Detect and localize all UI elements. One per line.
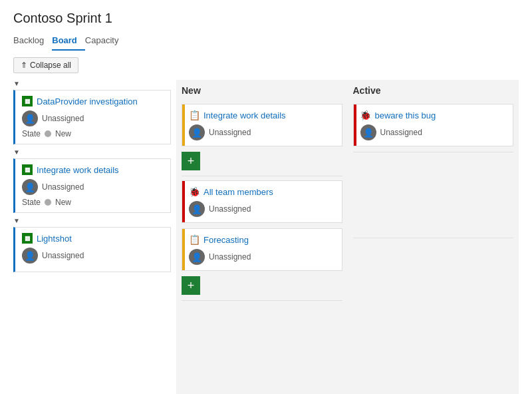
task-icon-2: ▦ (22, 164, 33, 175)
lane3-new-cards (182, 305, 342, 338)
bug-icon-2: 🐞 (360, 110, 371, 120)
avatar-card-4: 👤 (360, 124, 376, 140)
person-icon-card-4: 👤 (363, 128, 374, 138)
avatar-2: 👤 (22, 179, 38, 195)
collapse-all-button[interactable]: ⇑ Collapse all (13, 57, 78, 73)
state-label-1: State (22, 129, 41, 138)
board-card-bug-user: 👤 Unassigned (360, 124, 507, 140)
bug-icon-1: 🐞 (189, 186, 200, 197)
person-icon-3: 👤 (25, 251, 35, 261)
person-icon-card-3: 👤 (192, 252, 202, 262)
board-card-integrate-user-label: Unassigned (209, 128, 251, 137)
left-card-3-title: ▦ Lightshot (22, 233, 164, 244)
board-card-bug-title-text: beware this bug (375, 110, 436, 120)
left-card-3-title-text: Lightshot (37, 234, 72, 244)
collapse-arrow-icon: ⇑ (21, 61, 27, 70)
board-card-allteam-title-text: All team members (203, 187, 273, 197)
page-title: Contoso Sprint 1 (13, 11, 519, 26)
left-panel: ▼ ▦ DataProvider investigation 👤 Unassig… (13, 80, 176, 394)
person-icon-card-1: 👤 (192, 128, 202, 138)
board-card-integrate-title-text: Integrate work details (203, 110, 286, 120)
board-columns: New 📋 Integrate work details 👤 (176, 80, 519, 394)
swim-lane-2: ▼ ▦ Integrate work details 👤 Unassigned (13, 148, 171, 213)
left-card-2: ▦ Integrate work details 👤 Unassigned St… (13, 158, 171, 213)
swim-lane-2-header: ▼ (13, 148, 171, 156)
task-icon-3: ▦ (22, 233, 33, 244)
left-card-3: ▦ Lightshot 👤 Unassigned (13, 227, 171, 272)
person-icon-2: 👤 (25, 182, 35, 192)
person-icon-1: 👤 (25, 114, 35, 124)
collapse-lane-2-icon[interactable]: ▼ (13, 148, 20, 156)
left-card-3-user-label: Unassigned (42, 251, 84, 260)
board-card-allteam-title: 🐞 All team members (189, 186, 335, 197)
left-card-1-title-text: DataProvider investigation (37, 97, 138, 106)
story-icon-2: 📋 (189, 234, 200, 245)
board-card-integrate-title: 📋 Integrate work details (189, 110, 335, 120)
page-wrapper: Contoso Sprint 1 Backlog Board Capacity … (0, 0, 532, 394)
left-card-1-user: 👤 Unassigned (22, 110, 164, 126)
lane2-new-cards: 🐞 All team members 👤 Unassigned (182, 180, 342, 295)
board-card-bug[interactable]: 🐞 beware this bug 👤 Unassigned (353, 104, 514, 146)
left-card-2-title: ▦ Integrate work details (22, 164, 164, 175)
board-card-forecasting[interactable]: 📋 Forecasting 👤 Unassigned (182, 228, 342, 271)
board-card-allteam-user-label: Unassigned (209, 204, 251, 214)
left-card-1-user-label: Unassigned (42, 114, 84, 123)
avatar-card-1: 👤 (189, 124, 205, 140)
board-card-bug-title: 🐞 beware this bug (360, 110, 507, 120)
board-area: ▼ ▦ DataProvider investigation 👤 Unassig… (13, 80, 519, 394)
active-divider-2 (353, 238, 514, 238)
left-card-2-user: 👤 Unassigned (22, 179, 164, 195)
board-card-forecasting-title-text: Forecasting (203, 235, 249, 245)
board-card-allteam-user: 👤 Unassigned (189, 201, 335, 217)
avatar-card-2: 👤 (189, 201, 205, 217)
add-card-lane2-button[interactable]: + (182, 276, 200, 295)
story-icon-1: 📋 (189, 110, 200, 120)
board-card-forecasting-user-label: Unassigned (209, 252, 251, 262)
avatar-card-3: 👤 (189, 249, 205, 265)
board-card-bug-user-label: Unassigned (380, 128, 422, 137)
board-card-allteam[interactable]: 🐞 All team members 👤 Unassigned (182, 180, 342, 223)
column-new: New 📋 Integrate work details 👤 (176, 80, 348, 394)
avatar-3: 👤 (22, 248, 38, 264)
swim-lane-1-header: ▼ (13, 80, 171, 87)
lane1-new-cards: 📋 Integrate work details 👤 Unassigned + (182, 104, 342, 170)
add-card-lane1-button[interactable]: + (182, 152, 200, 170)
card-bar-red-2 (354, 104, 356, 146)
left-card-2-state: State New (22, 198, 164, 207)
board-card-forecasting-user: 👤 Unassigned (189, 249, 335, 265)
tab-board[interactable]: Board (52, 33, 85, 51)
collapse-lane-1-icon[interactable]: ▼ (13, 80, 20, 87)
lane3-active-cards (353, 242, 514, 276)
board-card-integrate[interactable]: 📋 Integrate work details 👤 Unassigned (182, 104, 342, 146)
person-icon-card-2: 👤 (192, 204, 202, 214)
avatar-1: 👤 (22, 110, 38, 126)
nav-tabs: Backlog Board Capacity (13, 33, 519, 51)
board-card-forecasting-title: 📋 Forecasting (189, 234, 335, 245)
left-card-1-state: State New (22, 129, 164, 138)
state-value-2: New (55, 198, 71, 207)
swim-lane-3: ▼ ▦ Lightshot 👤 Unassigned (13, 217, 171, 272)
lane1-active-cards: 🐞 beware this bug 👤 Unassigned (353, 104, 514, 146)
left-card-1-title: ▦ DataProvider investigation (22, 96, 164, 106)
left-card-1: ▦ DataProvider investigation 👤 Unassigne… (13, 90, 171, 144)
tab-capacity[interactable]: Capacity (85, 33, 127, 51)
tab-backlog[interactable]: Backlog (13, 33, 52, 51)
toolbar: ⇑ Collapse all (13, 57, 519, 73)
state-dot-1 (45, 130, 51, 137)
task-icon-1: ▦ (22, 96, 33, 106)
left-card-2-user-label: Unassigned (42, 182, 84, 192)
lane-divider-1 (182, 176, 342, 176)
state-label-2: State (22, 198, 41, 207)
card-bar-red-1 (182, 181, 185, 222)
card-bar-yellow-1 (182, 104, 185, 146)
column-active: Active 🐞 beware this bug 👤 U (348, 80, 519, 394)
swim-lane-1: ▼ ▦ DataProvider investigation 👤 Unassig… (13, 80, 171, 144)
left-card-2-title-text: Integrate work details (37, 165, 119, 175)
state-value-1: New (55, 129, 71, 138)
state-dot-2 (45, 199, 51, 206)
active-divider-1 (353, 152, 514, 152)
lane2-active-cards (353, 156, 514, 236)
left-card-3-user: 👤 Unassigned (22, 248, 164, 264)
lane-divider-2 (182, 300, 342, 301)
collapse-lane-3-icon[interactable]: ▼ (13, 217, 20, 224)
